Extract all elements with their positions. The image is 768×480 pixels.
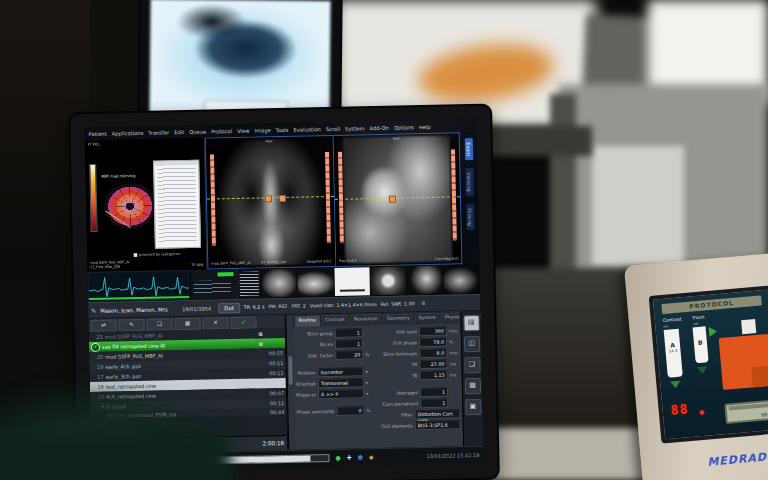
- contrast-unit-label: ml: [663, 324, 668, 329]
- filmstrip-thumb[interactable]: [261, 269, 297, 298]
- phase-dir-dropdown[interactable]: A >> P: [318, 389, 364, 399]
- confirm-icon[interactable]: ✓: [230, 316, 256, 329]
- position-dropdown[interactable]: Isocenter: [318, 367, 364, 377]
- layout-icon[interactable]: ◫: [463, 336, 479, 352]
- cardiac-mri-image: [343, 135, 453, 263]
- tab-resolution[interactable]: Resolution: [350, 314, 382, 326]
- orientation-dropdown[interactable]: Transversal: [318, 378, 364, 388]
- menu-item-view[interactable]: View: [237, 127, 249, 133]
- syringe-b[interactable]: B: [693, 326, 709, 363]
- viewport-corner-text: TP 404: [192, 263, 204, 267]
- averages-field[interactable]: 1: [420, 388, 448, 398]
- chevron-down-icon: ▾: [366, 369, 376, 374]
- running-check-icon: ✓: [91, 342, 100, 351]
- tab-filming[interactable]: Filming: [466, 204, 475, 230]
- contrast-column-label: Contrast: [663, 316, 682, 323]
- tr-field[interactable]: 27.00: [419, 360, 447, 370]
- filmstrip-thumb-histogram[interactable]: [334, 267, 370, 296]
- concatenations-field[interactable]: 1: [420, 399, 448, 409]
- menu-item-edit[interactable]: Edit: [174, 129, 184, 135]
- tab-geometry[interactable]: Geometry: [383, 313, 414, 325]
- flush-column-label: Flush: [693, 314, 705, 320]
- filmstrip-thumb[interactable]: [443, 265, 479, 294]
- heartbeat-indicator-icon: ●: [699, 408, 705, 415]
- phase-oversampling-field[interactable]: 0: [336, 406, 364, 416]
- syringe-a[interactable]: A 14.3: [664, 329, 683, 378]
- viewport-corner-text: mod SSFP_PoG_MBF_AI: [211, 261, 250, 266]
- scanline-handle[interactable]: [265, 195, 272, 202]
- dot-engine-button[interactable]: Dot: [218, 302, 240, 312]
- injector-device: PROTOCOL Contrast Flush ml ml A 14.3 B 8…: [624, 251, 768, 480]
- bullseye-polar-map[interactable]: [104, 183, 157, 230]
- save-icon[interactable]: ▦: [174, 317, 200, 330]
- menu-item-tools[interactable]: Tools: [276, 126, 289, 132]
- tab-contrast[interactable]: Contrast: [321, 315, 349, 327]
- pat-status: PAT: 2: [292, 304, 306, 309]
- menu-item-addon[interactable]: Add-On: [369, 124, 389, 130]
- image-viewing-area: FT MCL MBF map ml/min/g powered by Gadge…: [85, 132, 480, 272]
- reorder-icon[interactable]: ⇄: [90, 319, 116, 332]
- menu-item-queue[interactable]: Queue: [189, 128, 206, 134]
- viewport-coronal[interactable]: MLP mod SSFP_PoG_MBF_AI KT_RETRO_cIN Swa…: [205, 135, 337, 270]
- flush-unit-label: ml: [693, 321, 698, 326]
- menu-item-options[interactable]: Options: [394, 124, 414, 130]
- overlay-dialog[interactable]: [153, 160, 201, 249]
- menu-item-patient[interactable]: Patient: [88, 130, 106, 136]
- copy-icon[interactable]: ❏: [146, 318, 172, 331]
- routine-parameters-form: Slice group1 Slices1 Dist. factor20% Pos…: [293, 323, 464, 449]
- status-ok-icon: ●: [335, 455, 340, 461]
- viewport-cardiac[interactable]: MLP Pos: RL4.1 Cor>Sag(8.0): [334, 132, 463, 267]
- snr-status: Rel. SNR: 1.00: [381, 301, 415, 307]
- slices-field[interactable]: 1: [335, 339, 363, 349]
- clipboard-icon[interactable]: ▤: [463, 315, 479, 331]
- tab-routine[interactable]: Routine: [294, 315, 320, 327]
- export-icon[interactable]: ▣: [465, 399, 481, 415]
- grid-icon[interactable]: ▦: [464, 378, 480, 394]
- viewport-corner-text: KT_RETRO_cIN: [262, 260, 287, 264]
- menu-item-transfer[interactable]: Transfer: [148, 129, 169, 135]
- vendor-logo-icon: [134, 253, 138, 257]
- coil-elements-field[interactable]: BO1-3;SP1,6: [415, 420, 461, 430]
- scanline-handle[interactable]: [389, 196, 396, 203]
- monitor-arm: [550, 94, 576, 279]
- chevron-down-icon: ▾: [366, 380, 376, 385]
- cancel-icon[interactable]: ✕: [202, 317, 228, 330]
- fov-read-field[interactable]: 360: [419, 327, 447, 337]
- menu-item-image[interactable]: Image: [254, 127, 270, 133]
- tab-system[interactable]: System: [414, 313, 439, 325]
- filmstrip-thumb[interactable]: [298, 268, 334, 297]
- tab-exam[interactable]: Exam: [464, 138, 472, 160]
- viewport-corner-text: mod SSFP_PoG_MBF_AI cT_Fme_Map_DIN: [90, 261, 129, 269]
- viewport-corner-text: FT MCL: [88, 143, 100, 147]
- viewport-polar-map[interactable]: FT MCL MBF map ml/min/g powered by Gadge…: [85, 138, 208, 272]
- menu-item-help[interactable]: Help: [419, 123, 431, 129]
- plus-icon[interactable]: ✚: [347, 455, 352, 461]
- filmstrip-thumb[interactable]: [370, 266, 406, 295]
- slice-group-field[interactable]: 1: [335, 328, 363, 338]
- slice-ruler: [325, 152, 331, 243]
- tab-viewing[interactable]: Viewing: [465, 168, 474, 196]
- menu-item-evaluation[interactable]: Evaluation: [293, 126, 320, 133]
- orientation-label: MLP: [265, 140, 272, 144]
- menu-item-protocol[interactable]: Protocol: [211, 128, 232, 134]
- edit-patient-icon[interactable]: ✎: [91, 307, 96, 314]
- status-tail: : 8: [419, 301, 425, 306]
- system-clock: 13/01/2022 15:42:19: [426, 452, 479, 459]
- start-touch-zone[interactable]: [719, 332, 768, 390]
- te-field[interactable]: 1.15: [420, 371, 448, 381]
- injector-touchscreen[interactable]: PROTOCOL Contrast Flush ml ml A 14.3 B 8…: [649, 284, 768, 443]
- filter-dropdown[interactable]: Distortion Corr.(2D): [414, 409, 460, 419]
- edit-icon[interactable]: ✎: [118, 318, 144, 331]
- filmstrip: [260, 264, 480, 299]
- copy-image-icon[interactable]: ❏: [464, 357, 480, 373]
- dist-factor-field[interactable]: 20: [335, 350, 363, 360]
- patient-name: Mason, Jean. Marien, Mrs: [100, 306, 178, 314]
- task-card-tabs: Exam Viewing Filming: [460, 132, 480, 264]
- scanline-handle[interactable]: [279, 195, 286, 202]
- slice-thickness-field[interactable]: 8.0: [419, 349, 447, 359]
- menu-item-system[interactable]: System: [345, 125, 364, 131]
- filmstrip-thumb[interactable]: [407, 266, 443, 295]
- menu-item-applications[interactable]: Applications: [112, 129, 144, 136]
- menu-item-scroll[interactable]: Scroll: [326, 125, 340, 131]
- fov-phase-field[interactable]: 78.0: [419, 338, 447, 348]
